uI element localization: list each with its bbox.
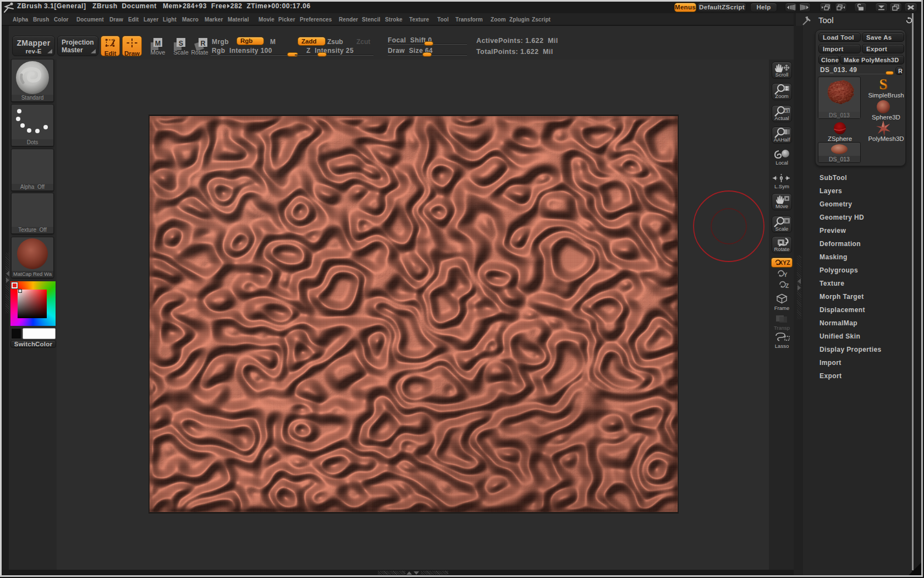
svg-text:XYZ: XYZ [779, 259, 790, 266]
svg-text:S: S [879, 76, 887, 92]
svg-text:Y: Y [784, 272, 788, 278]
svg-text:x1: x1 [785, 108, 790, 113]
svg-text:Z: Z [785, 283, 789, 289]
